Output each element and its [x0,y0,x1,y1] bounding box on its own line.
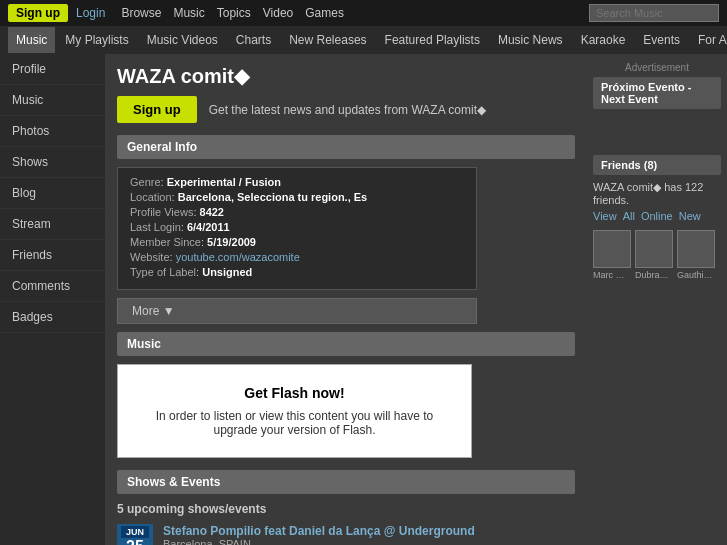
avatar[interactable] [635,230,673,268]
views-value: 8422 [200,206,224,218]
views-row: Profile Views: 8422 [130,206,464,218]
general-info-box: Genre: Experimental / Fusion Location: B… [117,167,477,290]
flash-title: Get Flash now! [138,385,451,401]
signup-section: Sign up Get the latest news and updates … [117,96,575,123]
sidebar-item-friends[interactable]: Friends [0,240,105,271]
more-button[interactable]: More ▼ [117,298,477,324]
topics-link[interactable]: Topics [217,6,251,20]
member-since-value: 5/19/2009 [207,236,256,248]
main-content: WAZA comit◆ Sign up Get the latest news … [105,54,587,545]
left-sidebar: Profile Music Photos Shows Blog Stream F… [0,54,105,545]
website-row: Website: youtube.com/wazacomite [130,251,464,263]
avatar[interactable] [593,230,631,268]
event-date-jun: JUN 25 [117,524,153,545]
location-row: Location: Barcelona, Selecciona tu regio… [130,191,464,203]
event-info-jun: Stefano Pompilio feat Daniel da Lança @ … [163,524,475,545]
video-link[interactable]: Video [263,6,293,20]
main-layout: Profile Music Photos Shows Blog Stream F… [0,54,727,545]
secnav-music[interactable]: Music [8,27,55,53]
upcoming-label: 5 upcoming shows/events [117,502,575,516]
secnav-events[interactable]: Events [635,27,688,53]
top-login-button[interactable]: Login [72,4,109,22]
sidebar-item-photos[interactable]: Photos [0,116,105,147]
friends-links: View All Online New [593,210,721,222]
last-login-label: Last Login [130,221,181,233]
friends-online-link[interactable]: Online [641,210,673,222]
website-label: Website [130,251,170,263]
sidebar-item-comments[interactable]: Comments [0,271,105,302]
games-link[interactable]: Games [305,6,344,20]
event-day-jun: 25 [126,538,144,545]
secnav-karaoke[interactable]: Karaoke [573,27,634,53]
sidebar-item-blog[interactable]: Blog [0,178,105,209]
genre-row: Genre: Experimental / Fusion [130,176,464,188]
event-title-jun[interactable]: Stefano Pompilio feat Daniel da Lança @ … [163,524,475,538]
friends-new-link[interactable]: New [679,210,701,222]
music-header: Music [117,332,575,356]
friends-header: Friends (8) [593,155,721,175]
views-label: Profile Views [130,206,193,218]
shows-header: Shows & Events [117,470,575,494]
secnav-music-videos[interactable]: Music Videos [139,27,226,53]
event-location-jun: Barcelona, SPAIN [163,538,475,545]
more-btn-row: More ▼ [117,298,477,324]
secnav-featured[interactable]: Featured Playlists [377,27,488,53]
last-login-row: Last Login: 6/4/2011 [130,221,464,233]
friends-description: WAZA comit◆ has 122 friends. [593,181,721,206]
search-box [589,4,719,22]
member-since-label: Member Since [130,236,201,248]
secnav-for-artists[interactable]: For Artists [690,27,727,53]
sidebar-item-music[interactable]: Music [0,85,105,116]
table-row: JUN 25 Stefano Pompilio feat Daniel da L… [117,524,575,545]
member-since-row: Member Since: 5/19/2009 [130,236,464,248]
next-event-header: Próximo Evento - Next Event [593,77,721,109]
friend-name-0: Marc Mieth... [593,270,631,280]
secnav-music-news[interactable]: Music News [490,27,571,53]
website-link[interactable]: youtube.com/wazacomite [176,251,300,263]
friends-view-link[interactable]: View [593,210,617,222]
label-type-row: Type of Label: Unsigned [130,266,464,278]
signup-description: Get the latest news and updates from WAZ… [209,103,486,117]
profile-signup-button[interactable]: Sign up [117,96,197,123]
top-nav-links: Browse Music Topics Video Games [121,6,344,20]
list-item: Dubravko ... [635,230,673,280]
profile-title: WAZA comit◆ [117,64,575,88]
flash-notice: Get Flash now! In order to listen or vie… [117,364,472,458]
sidebar-item-stream[interactable]: Stream [0,209,105,240]
sidebar-item-badges[interactable]: Badges [0,302,105,333]
location-label: Location [130,191,172,203]
avatar[interactable] [677,230,715,268]
top-signup-button[interactable]: Sign up [8,4,68,22]
event-month-jun: JUN [121,526,149,538]
location-value: Barcelona, Selecciona tu region., Es [178,191,368,203]
search-input[interactable] [589,4,719,22]
general-info-header: General Info [117,135,575,159]
ad-label: Advertisement [593,62,721,73]
sidebar-item-shows[interactable]: Shows [0,147,105,178]
last-login-value: 6/4/2011 [187,221,230,233]
music-link[interactable]: Music [173,6,204,20]
flash-desc: In order to listen or view this content … [138,409,451,437]
sidebar-item-profile[interactable]: Profile [0,54,105,85]
secnav-new-releases[interactable]: New Releases [281,27,374,53]
right-sidebar: Advertisement Próximo Evento - Next Even… [587,54,727,545]
secnav-playlists[interactable]: My Playlists [57,27,136,53]
list-item: Marc Mieth... [593,230,631,280]
shows-section: Shows & Events 5 upcoming shows/events J… [117,470,575,545]
genre-value: Experimental / Fusion [167,176,281,188]
friend-name-2: Gauthier A... [677,270,715,280]
friend-name-1: Dubravko ... [635,270,673,280]
label-type-value: Unsigned [202,266,252,278]
list-item: Gauthier A... [677,230,715,280]
secondary-navigation: Music My Playlists Music Videos Charts N… [0,26,727,54]
browse-link[interactable]: Browse [121,6,161,20]
music-section: Music Get Flash now! In order to listen … [117,332,575,458]
genre-label: Genre [130,176,161,188]
secnav-charts[interactable]: Charts [228,27,279,53]
friends-all-link[interactable]: All [623,210,635,222]
label-type-label: Type of Label [130,266,196,278]
friend-avatars: Marc Mieth... Dubravko ... Gauthier A... [593,230,721,280]
top-navigation: Sign up Login Browse Music Topics Video … [0,0,727,26]
